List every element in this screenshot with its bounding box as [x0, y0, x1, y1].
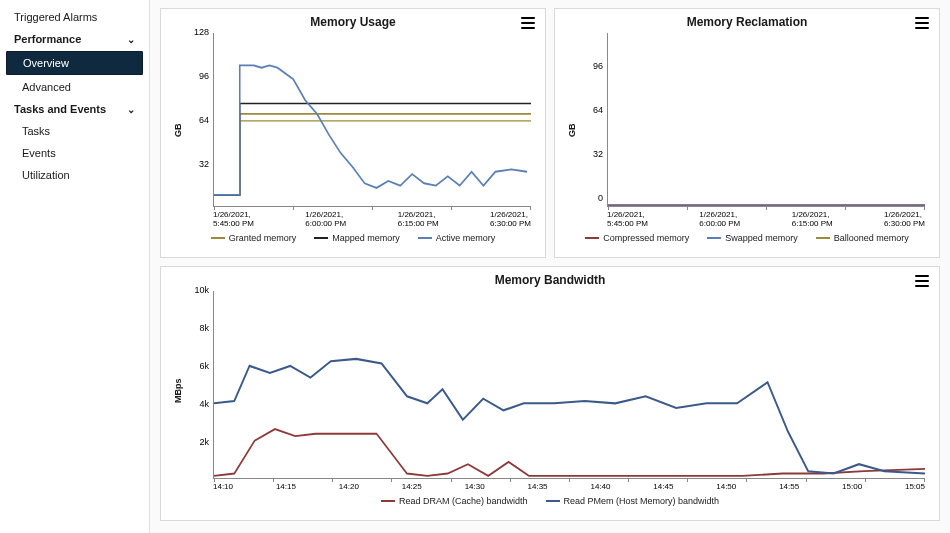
x-tick: 1/26/2021,6:00:00 PM: [699, 211, 740, 229]
memory-reclamation-card: Memory Reclamation GB 9664320: [554, 8, 940, 258]
legend-swatch: [314, 237, 328, 239]
sidebar-item-label: Tasks: [22, 125, 50, 137]
legend-item: Read DRAM (Cache) bandwidth: [381, 496, 528, 506]
legend-swatch: [418, 237, 432, 239]
y-tick: 8k: [185, 323, 209, 333]
sidebar-item-tasks[interactable]: Tasks: [0, 120, 149, 142]
legend-swatch: [707, 237, 721, 239]
y-tick: 2k: [185, 437, 209, 447]
legend-label: Compressed memory: [603, 233, 689, 243]
legend-item: Granted memory: [211, 233, 297, 243]
legend-swatch: [585, 237, 599, 239]
legend-item: Read PMem (Host Memory) bandwidth: [546, 496, 720, 506]
chart-title: Memory Usage: [171, 15, 535, 29]
y-tick: 32: [579, 149, 603, 159]
memory-bandwidth-card: Memory Bandwidth MBps 10k8k6k4k2k: [160, 266, 940, 521]
memory-usage-card: Memory Usage GB 128966432: [160, 8, 546, 258]
sidebar-item-label: Performance: [14, 33, 81, 45]
sidebar-item-utilization[interactable]: Utilization: [0, 164, 149, 186]
legend-swatch: [816, 237, 830, 239]
y-axis-label: GB: [171, 31, 185, 229]
legend-label: Read DRAM (Cache) bandwidth: [399, 496, 528, 506]
y-tick: 64: [579, 105, 603, 115]
y-tick: 96: [579, 61, 603, 71]
legend-label: Read PMem (Host Memory) bandwidth: [564, 496, 720, 506]
sidebar-item-label: Utilization: [22, 169, 70, 181]
x-tick: 15:00: [842, 483, 862, 492]
sidebar-item-label: Advanced: [22, 81, 71, 93]
x-tick: 14:35: [528, 483, 548, 492]
x-tick: 14:45: [653, 483, 673, 492]
memory-reclamation-plot: 9664320: [579, 31, 929, 207]
chart-title: Memory Bandwidth: [171, 273, 929, 287]
legend-label: Active memory: [436, 233, 496, 243]
y-tick: 128: [185, 27, 209, 37]
sidebar-item-label: Events: [22, 147, 56, 159]
y-tick: 0: [579, 193, 603, 203]
y-tick: 10k: [185, 285, 209, 295]
y-tick: 4k: [185, 399, 209, 409]
legend-item: Mapped memory: [314, 233, 400, 243]
sidebar: Triggered AlarmsPerformance⌄OverviewAdva…: [0, 0, 150, 533]
legend-item: Ballooned memory: [816, 233, 909, 243]
x-tick: 14:15: [276, 483, 296, 492]
y-tick: 96: [185, 71, 209, 81]
legend-swatch: [381, 500, 395, 502]
sidebar-item-performance[interactable]: Performance⌄: [0, 28, 149, 50]
x-tick: 14:20: [339, 483, 359, 492]
legend-item: Active memory: [418, 233, 496, 243]
legend-label: Ballooned memory: [834, 233, 909, 243]
legend-label: Swapped memory: [725, 233, 798, 243]
memory-usage-plot: 128966432: [185, 31, 535, 207]
chevron-down-icon: ⌄: [127, 34, 135, 45]
x-tick: 14:50: [716, 483, 736, 492]
x-tick: 14:10: [213, 483, 233, 492]
x-tick: 1/26/2021,6:15:00 PM: [792, 211, 833, 229]
legend-swatch: [546, 500, 560, 502]
x-tick: 1/26/2021,5:45:00 PM: [213, 211, 254, 229]
legend-item: Swapped memory: [707, 233, 798, 243]
sidebar-item-triggered-alarms[interactable]: Triggered Alarms: [0, 6, 149, 28]
x-tick: 1/26/2021,6:30:00 PM: [884, 211, 925, 229]
y-tick: 64: [185, 115, 209, 125]
x-tick: 1/26/2021,5:45:00 PM: [607, 211, 648, 229]
sidebar-item-overview[interactable]: Overview: [6, 51, 143, 75]
legend-label: Mapped memory: [332, 233, 400, 243]
chevron-down-icon: ⌄: [127, 104, 135, 115]
legend-swatch: [211, 237, 225, 239]
y-axis-label: GB: [565, 31, 579, 229]
y-axis-label: MBps: [171, 289, 185, 492]
sidebar-item-label: Triggered Alarms: [14, 11, 97, 23]
sidebar-item-tasks-and-events[interactable]: Tasks and Events⌄: [0, 98, 149, 120]
y-tick: 32: [185, 159, 209, 169]
sidebar-item-label: Overview: [23, 57, 69, 69]
y-tick: 6k: [185, 361, 209, 371]
x-tick: 14:30: [465, 483, 485, 492]
legend-label: Granted memory: [229, 233, 297, 243]
chart-menu-icon[interactable]: [915, 17, 929, 29]
x-tick: 14:25: [402, 483, 422, 492]
x-tick: 1/26/2021,6:15:00 PM: [398, 211, 439, 229]
sidebar-item-events[interactable]: Events: [0, 142, 149, 164]
sidebar-item-advanced[interactable]: Advanced: [0, 76, 149, 98]
x-tick: 1/26/2021,6:30:00 PM: [490, 211, 531, 229]
legend-item: Compressed memory: [585, 233, 689, 243]
main-content: Memory Usage GB 128966432: [150, 0, 950, 533]
x-tick: 14:40: [590, 483, 610, 492]
chart-title: Memory Reclamation: [565, 15, 929, 29]
memory-bandwidth-plot: 10k8k6k4k2k: [185, 289, 929, 479]
x-tick: 15:05: [905, 483, 925, 492]
chart-menu-icon[interactable]: [521, 17, 535, 29]
sidebar-item-label: Tasks and Events: [14, 103, 106, 115]
chart-menu-icon[interactable]: [915, 275, 929, 287]
x-tick: 14:55: [779, 483, 799, 492]
x-tick: 1/26/2021,6:00:00 PM: [305, 211, 346, 229]
